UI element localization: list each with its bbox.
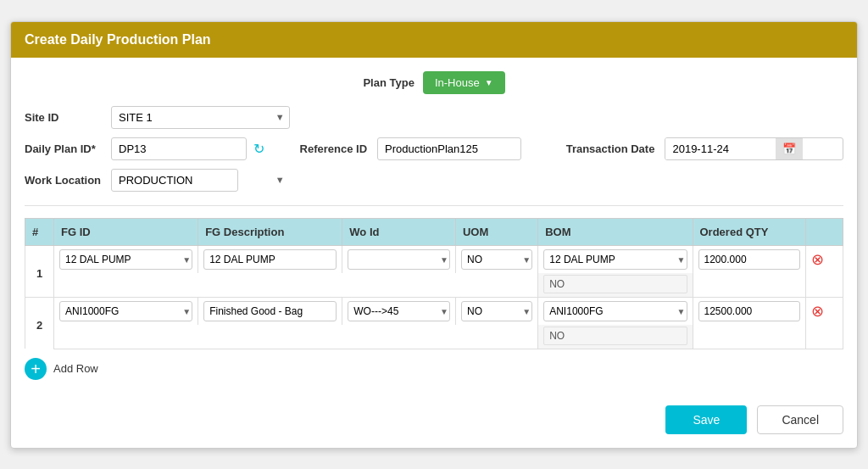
col-header-num: # <box>25 218 54 245</box>
site-id-select[interactable]: SITE 1 <box>111 106 290 129</box>
work-location-label: Work Location <box>25 174 101 187</box>
production-table: # FG ID FG Description Wo Id UOM BOM Ord… <box>25 218 843 349</box>
row1-fgid-cell: 12 DAL PUMP ▼ <box>54 245 198 273</box>
row2-action-sub-cell <box>806 325 843 349</box>
plan-type-label: Plan Type <box>363 76 414 89</box>
row2-remove-cell: ⊗ <box>806 297 843 325</box>
row2-fgdesc-input[interactable] <box>203 301 337 321</box>
row1-uom-cell: NO ▼ <box>455 245 537 273</box>
row2-bom-sub-cell: NO <box>538 325 693 349</box>
row1-fgdesc-input[interactable] <box>203 249 337 270</box>
row1-fgdesc-cell <box>198 245 342 273</box>
refresh-icon[interactable]: ↻ <box>253 141 264 157</box>
transaction-date-input[interactable] <box>665 138 776 159</box>
table-row-sub-2: NO <box>25 325 843 349</box>
col-header-qty: Ordered QTY <box>693 218 806 245</box>
row2-bom-sub-value: NO <box>543 327 687 345</box>
row2-fgdesc-cell <box>198 297 342 325</box>
row2-woid-select[interactable]: WO--->45 <box>348 301 450 321</box>
row1-qty-sub-cell <box>693 273 806 298</box>
row2-qty-sub-cell <box>693 325 806 349</box>
row2-sub-empty <box>54 325 538 349</box>
row1-fgid-select[interactable]: 12 DAL PUMP <box>59 249 192 270</box>
work-location-arrow-icon: ▼ <box>275 175 285 185</box>
row2-uom-cell: NO ▼ <box>455 297 537 325</box>
row1-bom-cell: 12 DAL PUMP ▼ <box>538 245 693 273</box>
row2-qty-cell <box>693 297 806 325</box>
divider <box>25 205 843 206</box>
row-num-1: 1 <box>25 245 54 297</box>
row1-remove-button[interactable]: ⊗ <box>811 252 824 267</box>
row1-bom-select[interactable]: 12 DAL PUMP <box>543 249 687 270</box>
row2-fgid-cell: ANI1000FG ▼ <box>54 297 198 325</box>
col-header-fgid: FG ID <box>54 218 198 245</box>
col-header-action <box>806 218 843 245</box>
plan-type-value: In-House <box>435 76 480 89</box>
add-row-button[interactable]: + <box>25 358 47 380</box>
table-row-2: 2 ANI1000FG ▼ WO--->45 ▼ <box>25 297 843 325</box>
row1-sub-empty <box>54 273 538 298</box>
row1-woid-cell: ▼ <box>342 245 456 273</box>
row2-qty-input[interactable] <box>698 301 801 321</box>
dropdown-arrow-icon: ▼ <box>485 78 493 87</box>
save-button[interactable]: Save <box>665 405 747 434</box>
row1-qty-input[interactable] <box>698 249 801 270</box>
work-location-select-wrap: PRODUCTION ▼ <box>111 169 290 192</box>
row2-bom-cell: ANI1000FG ▼ <box>538 297 693 325</box>
calendar-button[interactable]: 📅 <box>776 138 803 159</box>
page-title: Create Daily Production Plan <box>11 22 857 58</box>
add-row-label[interactable]: Add Row <box>53 362 98 375</box>
row1-action-sub-cell <box>806 273 843 298</box>
col-header-uom: UOM <box>455 218 537 245</box>
row1-bom-sub-value: NO <box>543 275 687 293</box>
row1-qty-cell <box>693 245 806 273</box>
site-id-select-wrap: SITE 1 ▼ <box>111 106 290 129</box>
row-num-2: 2 <box>25 297 54 349</box>
work-location-select[interactable]: PRODUCTION <box>111 169 238 192</box>
transaction-date-wrap: 📅 <box>665 137 843 160</box>
site-id-label: Site ID <box>25 111 101 124</box>
daily-plan-id-label: Daily Plan ID* <box>25 142 101 155</box>
cancel-button[interactable]: Cancel <box>757 405 843 434</box>
col-header-bom: BOM <box>538 218 693 245</box>
reference-id-label: Reference ID <box>300 142 367 155</box>
row2-fgid-select[interactable]: ANI1000FG <box>59 301 192 321</box>
row1-remove-cell: ⊗ <box>806 245 843 273</box>
daily-plan-id-input[interactable] <box>111 137 247 160</box>
col-header-woid: Wo Id <box>342 218 456 245</box>
table-row: 1 12 DAL PUMP ▼ ▼ <box>25 245 843 273</box>
row2-uom-select[interactable]: NO <box>461 301 532 321</box>
row1-woid-select[interactable] <box>348 249 450 270</box>
row2-bom-select[interactable]: ANI1000FG <box>543 301 687 321</box>
col-header-fgdesc: FG Description <box>198 218 342 245</box>
transaction-date-label: Transaction Date <box>566 142 655 155</box>
table-row-sub-1: NO <box>25 273 843 298</box>
reference-id-input[interactable] <box>377 137 521 160</box>
row1-bom-sub-cell: NO <box>538 273 693 298</box>
row2-woid-cell: WO--->45 ▼ <box>342 297 456 325</box>
row2-remove-button[interactable]: ⊗ <box>811 304 824 319</box>
row1-uom-select[interactable]: NO <box>461 249 532 270</box>
plan-type-button[interactable]: In-House ▼ <box>423 71 505 94</box>
